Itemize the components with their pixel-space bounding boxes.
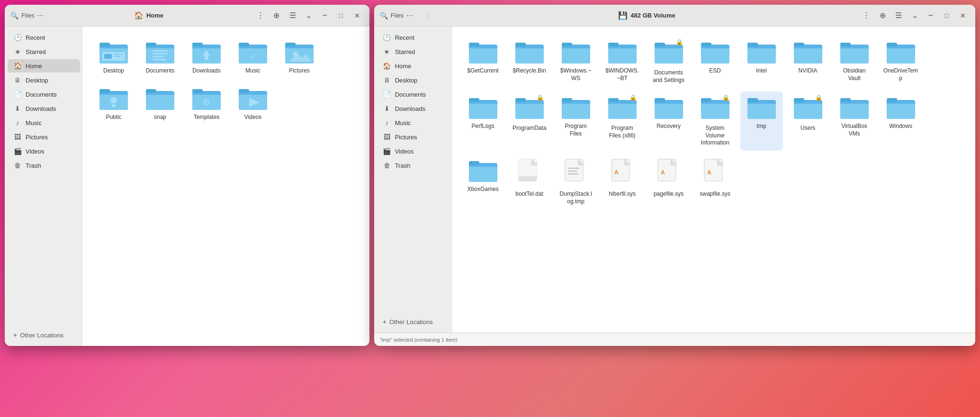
file-label: tmp: [757, 123, 766, 130]
right-sidebar-item-trash[interactable]: 🗑 Trash: [377, 159, 450, 172]
file-item-recyclebin[interactable]: $Recycle.Bin: [508, 36, 551, 88]
right-menu-icon[interactable]: ⋯: [406, 12, 413, 19]
file-item-recovery[interactable]: Recovery: [647, 91, 690, 151]
file-item-snap[interactable]: snap: [139, 82, 181, 125]
file-label: hiberfil.sys: [609, 190, 636, 198]
sidebar-item-other-locations[interactable]: + Other Locations: [8, 328, 80, 342]
file-item-downloads[interactable]: Downloads: [185, 36, 228, 79]
file-item-onedrivetemp[interactable]: OneDriveTemp: [880, 36, 922, 88]
file-label: Program Files: [558, 123, 593, 137]
svg-rect-11: [153, 53, 168, 54]
right-sidebar-item-home[interactable]: 🏠 Home: [377, 59, 450, 73]
file-item-documents[interactable]: Documents: [139, 36, 181, 79]
right-close-btn[interactable]: ✕: [956, 9, 970, 22]
file-item-xboxgames[interactable]: XboxGames: [462, 154, 504, 209]
left-search-label[interactable]: Files: [21, 12, 34, 19]
svg-rect-78: [515, 104, 544, 119]
file-item-program-files-x86[interactable]: 🔒 Program Files (x86): [601, 91, 644, 151]
back-btn[interactable]: ‹: [421, 9, 434, 22]
new-tab-btn[interactable]: ⊕: [270, 9, 283, 22]
sidebar-item-downloads[interactable]: ⬇ Downloads: [8, 102, 80, 115]
file-item-esd[interactable]: ESD: [694, 36, 737, 88]
file-item-obsidian-vault[interactable]: Obsidian Vault: [833, 36, 876, 88]
file-item-windows-ws[interactable]: $Windows.~WS: [555, 36, 597, 88]
search-icon[interactable]: 🔍: [10, 12, 18, 19]
sidebar-item-trash[interactable]: 🗑 Trash: [8, 159, 80, 172]
sidebar-item-recent[interactable]: 🕐 Recent: [8, 31, 80, 44]
sidebar-item-pictures[interactable]: 🖼 Pictures: [8, 130, 80, 144]
file-item-program-files[interactable]: Program Files: [555, 91, 597, 151]
file-item-dumpstack[interactable]: DumpStack.log.tmp: [555, 154, 597, 209]
left-menu-icon[interactable]: ⋯: [37, 12, 44, 19]
file-item-system-volume[interactable]: 🔒 System Volume Information: [694, 91, 737, 151]
sidebar-item-desktop[interactable]: 🖥 Desktop: [8, 73, 80, 87]
right-new-tab-btn[interactable]: ⊕: [876, 9, 889, 22]
file-label: snap: [154, 114, 166, 121]
sidebar-item-music[interactable]: ♪ Music: [8, 116, 80, 129]
right-sidebar-item-recent[interactable]: 🕐 Recent: [377, 31, 450, 44]
left-titlebar: 🔍 Files ⋯ 🏠 Home ⋮ ⊕ ☰ ⌄ − □ ✕: [5, 5, 369, 27]
folder-icon: [700, 40, 730, 65]
svg-rect-59: [701, 43, 711, 46]
file-item-users[interactable]: 🔒 Users: [787, 91, 829, 151]
file-item-boottel[interactable]: bootTel.dat: [508, 154, 551, 209]
right-search-label[interactable]: Files: [391, 12, 404, 19]
maximize-btn[interactable]: □: [334, 9, 348, 22]
file-item-nvidia[interactable]: NVIDIA: [787, 36, 829, 88]
sort-btn[interactable]: ⌄: [302, 9, 315, 22]
svg-rect-45: [469, 48, 497, 63]
right-view-toggle-btn[interactable]: ☰: [892, 9, 905, 22]
file-item-desktop[interactable]: Desktop: [92, 36, 135, 79]
sidebar-item-starred[interactable]: ★ Starred: [8, 45, 80, 58]
right-sidebar-item-music[interactable]: ♪ Music: [377, 116, 450, 129]
right-sort-btn[interactable]: ⌄: [908, 9, 921, 22]
file-item-hiberfil[interactable]: A hiberfil.sys: [601, 154, 644, 209]
right-sidebar-item-starred[interactable]: ★ Starred: [377, 45, 450, 58]
right-sidebar-item-pictures[interactable]: 🖼 Pictures: [377, 130, 450, 144]
minimize-btn[interactable]: −: [318, 9, 332, 22]
overflow-menu-btn[interactable]: ⋮: [254, 9, 267, 22]
file-item-pagefile[interactable]: A pagefile.sys: [647, 154, 690, 209]
right-minimize-btn[interactable]: −: [924, 9, 937, 22]
sidebar-label: Documents: [395, 91, 426, 98]
close-btn[interactable]: ✕: [351, 9, 364, 22]
folder-icon: [793, 40, 823, 65]
svg-rect-33: [146, 89, 156, 93]
file-item-videos[interactable]: Videos: [232, 82, 274, 125]
file-item-documents-settings[interactable]: 🔒 Documents and Settings: [647, 36, 690, 88]
svg-rect-99: [840, 104, 869, 119]
file-item-virtualbox[interactable]: VirtualBox VMs: [833, 91, 876, 151]
file-item-getcurrent[interactable]: $GetCurrent: [462, 36, 504, 88]
view-toggle-btn[interactable]: ☰: [286, 9, 299, 22]
sidebar-label-documents: Documents: [26, 91, 57, 98]
right-maximize-btn[interactable]: □: [940, 9, 953, 22]
right-sidebar-item-other-locations[interactable]: + Other Locations: [377, 315, 450, 328]
file-item-perflogs[interactable]: PerfLogs: [462, 91, 504, 151]
right-search-icon[interactable]: 🔍: [380, 12, 388, 19]
right-sidebar-item-downloads[interactable]: ⬇ Downloads: [377, 102, 450, 115]
left-file-manager: 🔍 Files ⋯ 🏠 Home ⋮ ⊕ ☰ ⌄ − □ ✕ 🕐 Recent …: [5, 5, 369, 346]
file-item-pictures[interactable]: Pictures: [278, 36, 321, 79]
file-item-programdata[interactable]: 🔒 ProgramData: [508, 91, 551, 151]
file-item-public[interactable]: Public: [92, 82, 135, 125]
right-sidebar-item-desktop[interactable]: 🖥 Desktop: [377, 73, 450, 87]
file-label: XboxGames: [468, 186, 499, 193]
right-sidebar-item-videos[interactable]: 🎬 Videos: [377, 145, 450, 158]
file-label: Desktop: [103, 67, 124, 75]
file-item-windows[interactable]: Windows: [880, 91, 922, 151]
file-item-intel[interactable]: Intel: [740, 36, 783, 88]
sidebar-item-videos[interactable]: 🎬 Videos: [8, 145, 80, 158]
svg-rect-6: [114, 56, 120, 57]
lock-icon: 🔒: [629, 94, 637, 101]
file-item-swapfile[interactable]: A swapfile.sys: [694, 154, 737, 209]
svg-rect-96: [794, 104, 822, 119]
file-item-templates[interactable]: ⚙ Templates: [185, 82, 228, 125]
right-sidebar-item-documents[interactable]: 📄 Documents: [377, 88, 450, 101]
file-item-music[interactable]: ♪ Music: [232, 36, 274, 79]
right-overflow-menu-btn[interactable]: ⋮: [860, 9, 873, 22]
sidebar-item-home[interactable]: 🏠 Home: [8, 59, 80, 73]
file-item-windows-bt[interactable]: $WINDOWS.~BT: [601, 36, 644, 88]
file-item-tmp[interactable]: tmp: [740, 91, 783, 151]
svg-rect-90: [701, 104, 729, 119]
sidebar-item-documents[interactable]: 📄 Documents: [8, 88, 80, 101]
